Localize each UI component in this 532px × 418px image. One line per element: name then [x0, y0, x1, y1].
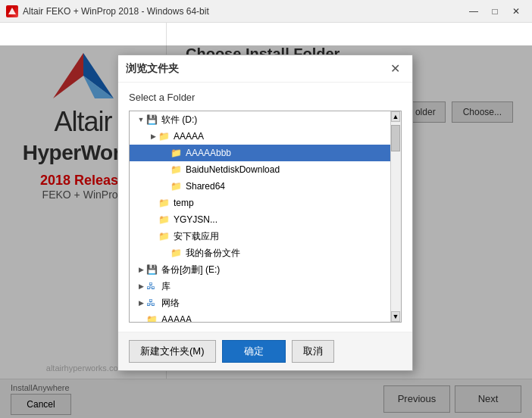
expand-icon[interactable]: ▼ — [136, 116, 146, 123]
tree-item[interactable]: 📁 我的备份文件 — [130, 245, 401, 261]
tree-item[interactable]: ▶ 💾 备份[勿删] (E:) — [130, 261, 401, 278]
tree-item-label: 库 — [160, 280, 171, 293]
tree-item-label: YGYJSN... — [172, 214, 217, 225]
tree-item-label: 安下载应用 — [172, 230, 219, 243]
dialog-title: 浏览文件夹 — [126, 62, 385, 76]
tree-item[interactable]: 📁 Shared64 — [130, 178, 401, 195]
ok-button[interactable]: 确定 — [222, 340, 286, 363]
expand-icon[interactable]: ▶ — [136, 282, 146, 290]
tree-item-label: AAAAA — [160, 314, 192, 323]
tree-item-label: Shared64 — [184, 181, 225, 192]
tree-item-label: 我的备份文件 — [184, 247, 240, 260]
app-icon — [6, 5, 18, 17]
tree-item[interactable]: ▼ 💾 软件 (D:) — [130, 111, 401, 128]
tree-item-label: 软件 (D:) — [160, 114, 197, 126]
dialog-close-button[interactable]: ✕ — [385, 61, 405, 77]
folder-tree[interactable]: ▼ 💾 软件 (D:) ▶ 📁 AAAAA 📁 AAAAAbbb 📁 Baidu… — [129, 111, 402, 323]
tree-item-label: AAAAA — [172, 131, 204, 142]
new-folder-button[interactable]: 新建文件夹(M) — [129, 340, 216, 363]
window-title: Altair FEKO + WinProp 2018 - Windows 64-… — [23, 6, 464, 17]
scroll-down-arrow[interactable]: ▼ — [391, 311, 400, 322]
dialog-footer: 新建文件夹(M) 确定 取消 — [118, 332, 412, 370]
dialog-titlebar: 浏览文件夹 ✕ — [118, 55, 412, 83]
expand-icon[interactable]: ▶ — [136, 299, 146, 307]
installer-background: Altair HyperWorks 2018 Release FEKO + Wi… — [0, 23, 532, 418]
tree-item-label: 备份[勿删] (E:) — [160, 264, 220, 276]
tree-item[interactable]: ▶ 🖧 库 — [130, 278, 401, 295]
window-controls: — □ ✕ — [464, 3, 526, 20]
tree-item[interactable]: 📁 AAAAA — [130, 311, 401, 323]
tree-item-label: temp — [172, 198, 194, 208]
dialog-overlay: 浏览文件夹 ✕ Select a Folder ▼ 💾 软件 (D:) ▶ 📁 … — [0, 45, 532, 418]
close-button[interactable]: ✕ — [506, 3, 526, 20]
tree-item[interactable]: 📁 temp — [130, 195, 401, 211]
tree-item[interactable]: ▶ 📁 AAAAA — [130, 128, 401, 145]
maximize-button[interactable]: □ — [485, 3, 505, 20]
tree-item-label: BaiduNetdiskDownload — [184, 164, 280, 175]
tree-item[interactable]: 📁 安下载应用 — [130, 228, 401, 245]
select-folder-label: Select a Folder — [129, 92, 402, 103]
expand-icon[interactable]: ▶ — [136, 266, 146, 273]
tree-item-label: AAAAAbbb — [184, 148, 231, 158]
tree-item[interactable]: 📁 BaiduNetdiskDownload — [130, 161, 401, 178]
dialog-body: Select a Folder ▼ 💾 软件 (D:) ▶ 📁 AAAAA 📁 … — [118, 83, 412, 332]
tree-item[interactable]: 📁 YGYJSN... — [130, 211, 401, 228]
tree-item[interactable]: 📁 AAAAAbbb — [130, 145, 401, 161]
dialog-cancel-button[interactable]: 取消 — [292, 340, 334, 363]
title-bar: Altair FEKO + WinProp 2018 - Windows 64-… — [0, 0, 532, 23]
scrollbar[interactable]: ▲ ▼ — [390, 111, 401, 322]
browse-folder-dialog: 浏览文件夹 ✕ Select a Folder ▼ 💾 软件 (D:) ▶ 📁 … — [117, 55, 413, 371]
expand-icon[interactable]: ▶ — [148, 133, 158, 140]
scroll-up-arrow[interactable]: ▲ — [391, 111, 400, 122]
minimize-button[interactable]: — — [464, 3, 483, 20]
svg-marker-0 — [8, 8, 16, 14]
scroll-thumb[interactable] — [391, 125, 400, 151]
tree-item[interactable]: ▶ 🖧 网络 — [130, 295, 401, 311]
tree-item-label: 网络 — [160, 297, 180, 310]
